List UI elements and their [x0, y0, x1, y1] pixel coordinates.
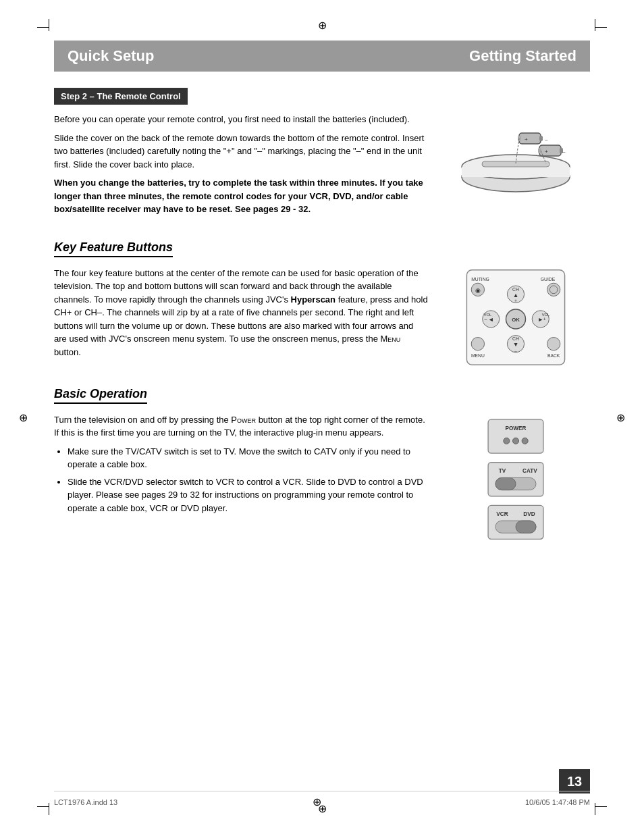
svg-text:TV: TV — [499, 468, 506, 474]
quick-setup-label: Quick Setup — [54, 41, 322, 72]
reg-cross-left — [19, 411, 28, 423]
svg-text:VCR: VCR — [496, 511, 508, 517]
svg-rect-6 — [518, 136, 521, 141]
reg-cross-top — [318, 19, 327, 32]
svg-rect-5 — [539, 136, 543, 141]
getting-started-label: Getting Started — [322, 41, 590, 72]
step2-section: Step 2 – The Remote Control Before you c… — [54, 88, 590, 221]
header-banner: Quick Setup Getting Started — [54, 41, 590, 72]
svg-text:+: + — [545, 149, 548, 155]
svg-text:VOL: VOL — [542, 312, 550, 316]
footer-file-info: LCT1976 A.indd 13 — [54, 798, 117, 806]
svg-text:OK: OK — [512, 317, 520, 323]
power-switch-svg: POWER TV CATV VCR DVD — [482, 413, 549, 548]
battery-illustration-area: + – + – — [441, 113, 590, 201]
svg-point-48 — [512, 438, 518, 444]
svg-text:–: – — [545, 136, 548, 142]
svg-text:+: + — [543, 317, 546, 321]
key-features-heading: Key Feature Buttons — [54, 240, 173, 257]
key-features-para: The four key feature buttons at the cent… — [54, 267, 428, 359]
svg-point-43 — [547, 337, 560, 350]
remote-center-svg: MUTING GUIDE ◉ ▲ CH + ◄ VOL — [462, 267, 570, 368]
svg-text:GUIDE: GUIDE — [541, 277, 556, 282]
svg-text:MENU: MENU — [471, 353, 485, 357]
svg-text:–: – — [562, 149, 566, 155]
svg-point-47 — [504, 438, 510, 444]
power-switch-illustration-area: POWER TV CATV VCR DVD — [441, 413, 590, 548]
svg-rect-54 — [495, 477, 516, 490]
step2-warning: When you change the batteries, try to co… — [54, 176, 428, 216]
key-features-section: Key Feature Buttons The four key feature… — [54, 240, 590, 368]
footer: LCT1976 A.indd 13 10/6/05 1:47:48 PM — [54, 791, 590, 808]
svg-point-49 — [522, 438, 528, 444]
svg-text:◉: ◉ — [475, 286, 481, 293]
svg-point-21 — [547, 283, 560, 296]
svg-text:▲: ▲ — [513, 291, 519, 298]
svg-text:CH: CH — [512, 336, 519, 341]
svg-text:CH: CH — [512, 286, 519, 291]
svg-text:–: – — [485, 317, 487, 321]
svg-text:DVD: DVD — [523, 511, 535, 517]
svg-text:MUTING: MUTING — [471, 277, 489, 282]
svg-text:VOL: VOL — [484, 312, 492, 316]
svg-text:+: + — [514, 298, 517, 303]
svg-text:POWER: POWER — [506, 425, 527, 431]
basic-operation-section: Basic Operation Turn the television on a… — [54, 387, 590, 548]
footer-reg-cross — [313, 796, 321, 808]
battery-remote-svg: + – + – — [445, 113, 587, 201]
svg-text:◄: ◄ — [488, 316, 494, 323]
step2-heading: Step 2 – The Remote Control — [54, 88, 188, 105]
svg-rect-2 — [462, 167, 570, 177]
reg-cross-right — [616, 411, 625, 423]
page-number: 13 — [567, 774, 582, 789]
svg-text:–: – — [514, 348, 517, 353]
step2-para2: Slide the cover on the back of the remot… — [54, 132, 428, 172]
basic-operation-heading: Basic Operation — [54, 387, 147, 404]
svg-text:BACK: BACK — [547, 353, 560, 357]
svg-text:CATV: CATV — [522, 468, 537, 474]
svg-rect-59 — [516, 521, 536, 533]
svg-text:▼: ▼ — [513, 341, 519, 348]
step2-para1: Before you can operate your remote contr… — [54, 113, 428, 126]
basic-operation-para: Turn the television on and off by pressi… — [54, 413, 428, 440]
bullet2: Slide the VCR/DVD selector switch to VCR… — [68, 475, 428, 515]
bullet1: Make sure the TV/CATV switch is set to T… — [68, 445, 428, 471]
footer-date-info: 10/6/05 1:47:48 PM — [525, 798, 590, 806]
basic-operation-list: Make sure the TV/CATV switch is set to T… — [54, 445, 428, 515]
svg-rect-4 — [519, 133, 541, 144]
svg-rect-45 — [488, 419, 543, 453]
svg-point-41 — [471, 337, 484, 350]
hyperscan-label: Hyperscan — [291, 294, 336, 305]
svg-text:+: + — [525, 136, 528, 142]
remote-center-illustration-area: MUTING GUIDE ◉ ▲ CH + ◄ VOL — [441, 267, 590, 368]
page-number-box: 13 — [559, 769, 590, 793]
